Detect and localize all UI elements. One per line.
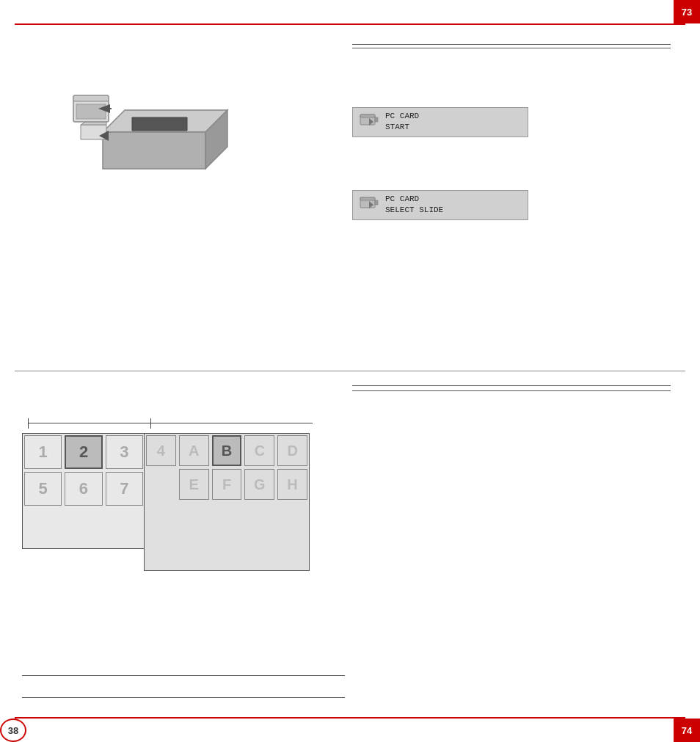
grid-cell-6[interactable]: 6 (65, 472, 102, 506)
grid-cell-F[interactable]: F (212, 469, 242, 500)
svg-rect-9 (76, 104, 106, 119)
grid-cell-H[interactable]: H (277, 469, 307, 500)
page-number-bottom: 74 (674, 719, 700, 742)
slide-grid-wrapper: 1 2 3 5 6 7 4 A B C D (22, 433, 310, 571)
grid-cell-G[interactable]: G (244, 469, 274, 500)
grid-cell-B[interactable]: B (212, 435, 242, 466)
slide-grid-container: 1 2 3 5 6 7 4 A B C D (22, 433, 310, 571)
slide-grid-right-panel: 4 A B C D E F G H (144, 433, 310, 571)
pc-card-select-button[interactable]: PC CARD SELECT SLIDE (352, 190, 528, 220)
grid-cell-1[interactable]: 1 (24, 435, 62, 469)
grid-cell-3[interactable]: 3 (106, 435, 143, 469)
grid-label-left-area (28, 418, 29, 429)
bottom-thin-line-1 (352, 385, 671, 386)
svg-rect-12 (360, 114, 375, 117)
grid-cell-4[interactable]: 4 (146, 435, 176, 466)
grid-cell-A[interactable]: A (179, 435, 209, 466)
grid-cell-E[interactable]: E (179, 469, 209, 500)
svg-rect-18 (375, 200, 378, 205)
pc-card-start-icon (359, 112, 379, 132)
grid-arrow-line-left (28, 418, 29, 429)
grid-arrow-line-right (150, 418, 151, 429)
text-spacer-1 (352, 142, 671, 186)
svg-marker-3 (132, 117, 187, 131)
bottom-rule-1 (22, 675, 345, 676)
bottom-thin-line-2 (352, 390, 671, 391)
pc-card-illustration (44, 44, 249, 250)
grid-cell-C[interactable]: C (244, 435, 274, 466)
grid-bracket-left (28, 423, 151, 423)
pc-card-start-text: PC CARD START (385, 111, 419, 134)
bottom-rule-2 (22, 697, 345, 698)
svg-rect-16 (360, 197, 375, 200)
grid-row-1: 1 2 3 (23, 434, 145, 470)
middle-divider (15, 371, 685, 371)
svg-rect-14 (375, 117, 378, 122)
top-thin-line-2 (352, 48, 671, 48)
card-illustration-svg (44, 44, 235, 205)
grid-spacer-left (23, 507, 145, 544)
grid-spacer-right (145, 501, 309, 538)
grid-bracket-right (151, 423, 313, 423)
grid-row-2: 5 6 7 (23, 470, 145, 507)
slide-grid-panels: 1 2 3 5 6 7 4 A B C D (22, 433, 310, 571)
page-number-left: 38 (0, 719, 26, 742)
top-thin-line-1 (352, 44, 671, 45)
grid-cell-D[interactable]: D (277, 435, 307, 466)
svg-marker-1 (103, 132, 205, 169)
top-red-divider (15, 23, 685, 25)
right-panel-bottom-lines (352, 385, 671, 394)
slide-grid-left-panel: 1 2 3 5 6 7 (22, 433, 145, 549)
svg-rect-8 (73, 95, 109, 101)
right-panel-top: PC CARD START PC CARD SELECT SLIDE (352, 44, 671, 225)
bottom-red-divider (15, 717, 685, 719)
grid-cell-7[interactable]: 7 (106, 472, 143, 506)
page-number-top: 73 (674, 0, 700, 23)
grid-row-right-2: E F G H (145, 468, 309, 501)
pc-card-select-text: PC CARD SELECT SLIDE (385, 194, 443, 217)
pc-card-select-icon (359, 194, 379, 215)
grid-label-right-area (150, 418, 151, 429)
grid-row-right-1: 4 A B C D (145, 434, 309, 468)
pc-card-start-button[interactable]: PC CARD START (352, 107, 528, 137)
grid-cell-5[interactable]: 5 (24, 472, 62, 506)
grid-cell-2[interactable]: 2 (65, 435, 102, 469)
